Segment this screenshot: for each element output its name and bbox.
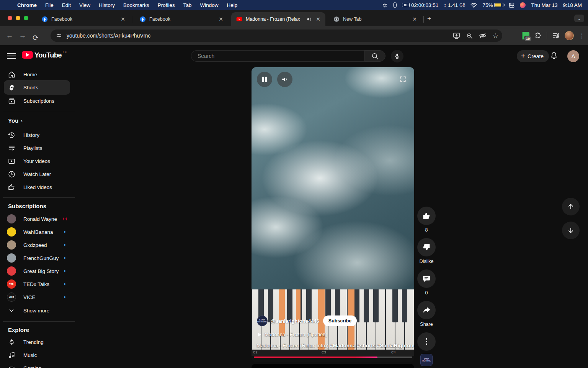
back-button[interactable]: ← [3,31,16,40]
sidebar-item-gaming[interactable]: Gaming [0,361,78,368]
control-center-icon[interactable] [509,2,514,8]
sidebar-item-trending[interactable]: Trending [0,335,78,348]
youtube-logo[interactable]: YouTube LK [22,51,67,59]
subscription-ronald-wayne[interactable]: Ronald Wayne [0,212,78,225]
sidebar-item-your-videos[interactable]: Your videos [0,154,78,168]
subscription-vice[interactable]: VICE VICE [0,291,78,304]
show-more-button[interactable]: Show more [0,304,78,317]
create-button[interactable]: + Create [517,50,549,62]
channel-handle[interactable]: @saniarightone4446 [271,318,319,324]
menu-history[interactable]: History [95,2,119,8]
password-eye-icon[interactable] [479,33,487,39]
battery-icon [494,3,503,7]
previous-short-button[interactable] [562,198,580,215]
voice-search-button[interactable] [391,50,403,62]
adblock-extension-icon[interactable]: 10 [522,32,529,39]
tab-close-icon[interactable]: ✕ [411,16,418,23]
zoom-icon[interactable] [466,33,473,39]
tab-new-tab[interactable]: New Tab ✕ [328,12,422,26]
timer-status[interactable]: 02:00:03:51 [402,2,438,8]
subscription-wahbanana[interactable]: Wah!Banana [0,225,78,238]
extensions-puzzle-icon[interactable] [534,32,542,39]
minimize-window-button[interactable] [16,16,20,20]
menu-tab[interactable]: Tab [179,2,196,8]
url-text: youtube.com/shorts/AFku4PhuVmc [67,33,150,39]
menu-window[interactable]: Window [196,2,222,8]
menu-file[interactable]: File [41,2,58,8]
rail-channel-avatar[interactable]: SANIARIGHTONE [420,354,433,366]
site-settings-icon[interactable] [56,33,62,39]
new-content-dot [64,244,66,246]
chevron-down-icon [7,307,16,314]
menu-chrome[interactable]: Chrome [13,2,41,8]
sidebar-item-playlists[interactable]: Playlists [0,141,78,154]
shorts-player[interactable]: C2 C3 C4 SANIARIGHTONE @saniarightone444… [252,67,414,362]
search-input[interactable] [191,50,364,62]
pause-button[interactable] [257,72,272,87]
piano-highlighted-key [279,289,285,336]
more-actions-button[interactable] [417,332,436,351]
account-avatar[interactable]: A [567,50,579,62]
comments-button[interactable] [417,269,436,288]
sidebar-item-shorts[interactable]: Shorts [0,81,78,94]
channel-avatar: VICE [7,292,16,302]
tab-close-icon[interactable]: ✕ [217,16,224,23]
address-bar[interactable]: youtube.com/shorts/AFku4PhuVmc ☆ [51,30,502,42]
sidebar-item-liked-videos[interactable]: Liked videos [0,181,78,194]
search-button[interactable] [364,50,385,62]
next-short-peek[interactable] [252,364,414,368]
sidebar-item-watch-later[interactable]: Watch Later [0,168,78,181]
browser-menu-icon[interactable]: ⋮ [579,32,585,39]
magnet-menubar-icon[interactable] [393,2,397,8]
timer-value: 02:00:03:51 [411,2,438,8]
install-app-icon[interactable] [453,33,460,39]
sidebar-item-label: Playlists [23,145,42,151]
fullscreen-icon[interactable] [399,76,407,83]
progress-bar[interactable] [254,356,412,358]
profile-avatar[interactable] [565,31,574,40]
siri-icon[interactable] [520,2,526,8]
tab-close-icon[interactable]: ✕ [315,16,322,23]
song-title-row[interactable]: Madonna - Frozen (Припев) [258,332,327,337]
tab-facebook-1[interactable]: Facebook ✕ [37,12,130,26]
mute-button[interactable] [277,72,292,87]
guide-menu-button[interactable] [7,51,16,61]
menu-view[interactable]: View [75,2,95,8]
dislike-button[interactable] [417,238,436,256]
menu-bookmarks[interactable]: Bookmarks [119,2,154,8]
tab-facebook-2[interactable]: Facebook ✕ [135,12,228,26]
menu-edit[interactable]: Edit [58,2,75,8]
tab-youtube-active[interactable]: Madonna - Frozen (Relax ✕ [231,12,325,26]
next-short-button[interactable] [562,222,580,239]
subscription-frenchgunguy[interactable]: FrenchGunGuy [0,251,78,264]
reload-button[interactable]: ⟳ [29,33,42,38]
maximize-window-button[interactable] [24,16,28,20]
subscribe-button[interactable]: Subscribe [323,315,357,326]
forward-button[interactable]: → [16,31,29,40]
memory-status[interactable]: ↕1.41GB [444,2,465,8]
close-window-button[interactable] [8,16,12,20]
chatgpt-menubar-icon[interactable] [382,2,388,8]
sidebar-item-music[interactable]: Music [0,348,78,361]
subscription-gxdzpeed[interactable]: Gxdzpeed [0,238,78,251]
media-controls-icon[interactable] [552,32,560,39]
subscription-great-big-story[interactable]: Great Big Story [0,264,78,278]
sidebar-item-home[interactable]: Home [0,68,78,81]
battery-status[interactable]: 75% [482,2,503,8]
share-button[interactable] [417,301,436,319]
bookmark-star-icon[interactable]: ☆ [493,32,498,40]
menu-help[interactable]: Help [222,2,242,8]
sidebar-item-history[interactable]: History [0,128,78,141]
sidebar-you-header[interactable]: You › [8,117,23,124]
notifications-button[interactable] [550,51,558,60]
channel-avatar[interactable]: SANIARIGHTONE [257,315,268,326]
tab-search-button[interactable]: ⌄ [574,15,584,22]
subscription-tedx-talks[interactable]: TED TEDx Talks [0,278,78,291]
like-button[interactable] [417,207,436,225]
new-tab-button[interactable]: + [427,15,431,22]
sidebar-item-subscriptions[interactable]: Subscriptions [0,94,78,107]
menu-profiles[interactable]: Profiles [154,2,179,8]
tab-audio-icon[interactable] [306,16,312,22]
tab-close-icon[interactable]: ✕ [119,16,126,23]
wifi-icon[interactable] [470,3,477,8]
